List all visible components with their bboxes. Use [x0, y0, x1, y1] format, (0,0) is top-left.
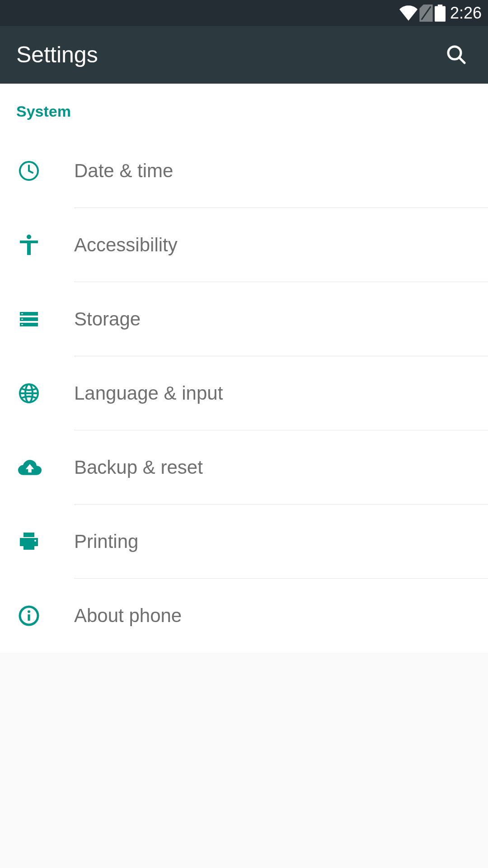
search-icon: [446, 44, 467, 66]
storage-icon: [16, 308, 74, 330]
clock-icon: [16, 160, 74, 182]
list-item-accessibility[interactable]: Accessibility: [0, 208, 488, 282]
wifi-icon: [399, 5, 418, 21]
list-item-label: About phone: [74, 605, 182, 627]
list-item-backup-reset[interactable]: Backup & reset: [0, 430, 488, 505]
svg-point-21: [28, 610, 30, 613]
status-time: 2:26: [450, 4, 482, 23]
globe-icon: [16, 382, 74, 404]
list-item-label: Accessibility: [74, 234, 178, 256]
list-item-label: Printing: [74, 531, 138, 552]
list-item-label: Language & input: [74, 382, 223, 404]
svg-point-19: [34, 540, 36, 542]
svg-rect-17: [23, 533, 34, 537]
svg-rect-1: [438, 5, 442, 7]
list-item-language-input[interactable]: Language & input: [0, 356, 488, 430]
svg-rect-0: [435, 6, 446, 21]
svg-rect-18: [23, 543, 34, 550]
list-item-printing[interactable]: Printing: [0, 505, 488, 579]
list-item-storage[interactable]: Storage: [0, 282, 488, 356]
settings-list: System Date & time Accessibility: [0, 84, 488, 653]
svg-rect-12: [21, 319, 23, 320]
info-icon: [16, 605, 74, 627]
list-item-label: Storage: [74, 308, 141, 330]
svg-rect-13: [21, 324, 23, 325]
svg-rect-7: [27, 242, 31, 255]
list-item-about-phone[interactable]: About phone: [0, 579, 488, 653]
list-item-label: Date & time: [74, 160, 173, 182]
page-title: Settings: [16, 42, 98, 68]
svg-line-3: [459, 57, 465, 63]
search-button[interactable]: [441, 39, 472, 70]
svg-point-5: [27, 235, 31, 239]
app-bar: Settings: [0, 26, 488, 84]
section-header: System: [0, 84, 488, 134]
cloud-upload-icon: [16, 458, 74, 477]
accessibility-icon: [16, 234, 74, 256]
sim-icon: [419, 5, 433, 22]
svg-rect-22: [28, 614, 30, 621]
svg-rect-11: [21, 313, 23, 314]
status-bar: 2:26: [0, 0, 488, 26]
battery-icon: [435, 5, 446, 22]
printer-icon: [16, 531, 74, 552]
list-item-date-time[interactable]: Date & time: [0, 134, 488, 208]
list-item-label: Backup & reset: [74, 457, 203, 478]
